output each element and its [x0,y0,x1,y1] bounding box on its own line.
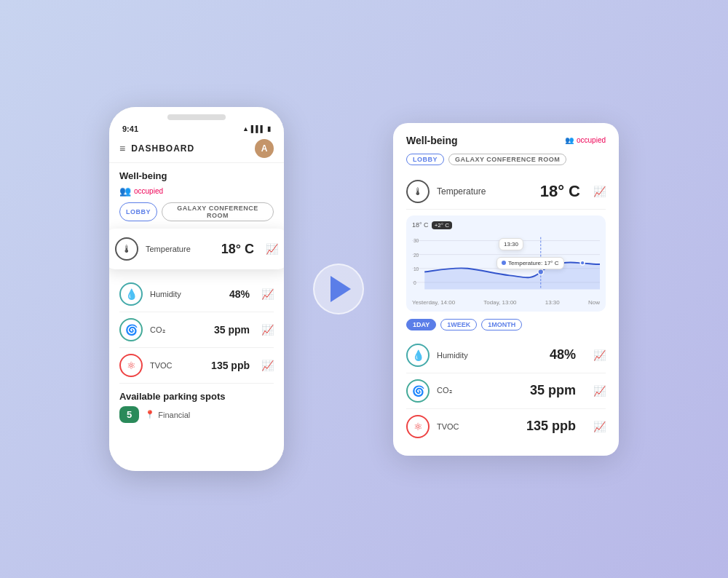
tooltip-label: Temperature: 17° C [508,260,558,266]
phone-mockup: 9:41 ▲ ▌▌▌ ▮ ≡ DASHBOARD A Well-being 👥 … [109,107,284,471]
tvoc-value: 135 ppb [211,360,250,371]
wifi-icon: ▲ [242,125,249,132]
detail-co2-trend[interactable]: 📈 [593,385,606,397]
temp-value: 18° C [221,242,254,257]
tooltip-dot [502,261,506,265]
detail-tvoc-label: TVOC [437,422,519,431]
location-name: Financial [158,411,190,419]
detail-tab-conference[interactable]: GALAXY CONFERENCE ROOM [448,154,566,165]
phone-header: ≡ DASHBOARD A [109,135,284,163]
phone-body: Well-being 👥 occupied LOBBY GALAXY CONFE… [109,163,284,430]
detail-tabs: LOBBY GALAXY CONFERENCE ROOM [406,154,606,165]
detail-co2-row: 🌀 CO₂ 35 ppm 📈 [406,373,606,409]
humidity-value: 48% [229,288,250,300]
detail-header: Well-being 👥 occupied [406,135,606,146]
phone-status-bar: 9:41 ▲ ▌▌▌ ▮ [109,120,284,135]
tvoc-label: TVOC [150,361,204,370]
detail-occupied-icon: 👥 [565,136,574,144]
detail-thermometer-icon: 🌡 [406,180,430,203]
trend-icon[interactable]: 📈 [266,243,278,255]
wellbeing-title: Well-being [119,170,274,181]
chart-meta: 18° C +2° C [412,221,600,229]
status-icons: ▲ ▌▌▌ ▮ [242,125,271,132]
tab-conference[interactable]: GALAXY CONFERENCE ROOM [162,202,274,221]
detail-co2-label: CO₂ [437,386,523,395]
chart-tooltip-time: 13:30 [499,238,523,250]
co2-icon: 🌀 [119,318,143,341]
tvoc-trend-icon[interactable]: 📈 [261,360,274,371]
svg-text:30: 30 [414,238,419,243]
chart-tooltip-value: Temperature: 17° C [496,257,563,269]
co2-value: 35 ppm [214,324,250,336]
detail-card: Well-being 👥 occupied LOBBY GALAXY CONFE… [393,123,619,456]
detail-co2-icon: 🌀 [406,379,430,403]
x-label-0: Yesterday, 14:00 [412,299,455,306]
svg-text:10: 10 [414,266,419,271]
occupied-badge: 👥 occupied [119,186,163,197]
occupied-label: occupied [134,187,163,195]
co2-label: CO₂ [150,325,207,335]
right-arrow-icon [331,276,351,302]
detail-tab-lobby[interactable]: LOBBY [406,154,444,165]
filter-1day[interactable]: 1DAY [406,319,436,330]
detail-humidity-row: 💧 Humidity 48% 📈 [406,338,606,373]
time-filter: 1DAY 1WEEK 1MONTH [406,319,606,330]
detail-humidity-trend[interactable]: 📈 [593,349,606,361]
detail-tvoc-value: 135 ppb [526,419,576,434]
detail-co2-value: 35 ppm [530,383,576,398]
main-scene: 9:41 ▲ ▌▌▌ ▮ ≡ DASHBOARD A Well-being 👥 … [109,107,619,471]
detail-occupied: 👥 occupied [565,136,606,144]
parking-row: 5 📍 Financial [119,406,274,423]
temp-label: Temperature [146,245,214,253]
svg-point-10 [580,261,585,265]
x-label-3: Now [588,299,600,306]
co2-trend-icon[interactable]: 📈 [261,324,274,336]
tab-lobby[interactable]: LOBBY [119,202,157,221]
humidity-icon: 💧 [119,282,143,306]
detail-humidity-label: Humidity [437,351,542,360]
detail-tvoc-row: ⚛ TVOC 135 ppb 📈 [406,409,606,444]
menu-icon[interactable]: ≡ [119,143,125,154]
chart-base-temp: 18° C [412,221,429,229]
chart-delta: +2° C [432,221,452,229]
humidity-label: Humidity [150,290,222,298]
detail-sensors: 💧 Humidity 48% 📈 🌀 CO₂ 35 ppm 📈 ⚛ TVOC 1… [406,338,606,444]
detail-temperature-row: 🌡 Temperature 18° C 📈 [406,174,606,210]
occupied-icon: 👥 [119,186,131,197]
humidity-row: 💧 Humidity 48% 📈 [119,277,274,312]
detail-trend-icon[interactable]: 📈 [593,186,606,197]
temperature-highlight-card: 🌡 Temperature 18° C 📈 [109,229,284,269]
parking-section: Available parking spots 5 📍 Financial [119,391,274,423]
detail-tvoc-trend[interactable]: 📈 [593,421,606,432]
arrow-circle [313,264,364,314]
location-tabs: LOBBY GALAXY CONFERENCE ROOM [119,202,274,221]
detail-tvoc-icon: ⚛ [406,415,430,438]
battery-icon: ▮ [267,125,271,132]
signal-icon: ▌▌▌ [251,125,265,132]
tvoc-row: ⚛ TVOC 135 ppb 📈 [119,348,274,384]
detail-temp-value: 18° C [513,182,581,201]
parking-count: 5 [119,406,139,423]
status-time: 9:41 [122,124,138,133]
filter-1week[interactable]: 1WEEK [440,319,477,330]
tvoc-icon: ⚛ [119,354,143,377]
detail-humidity-icon: 💧 [406,344,430,367]
phone-notch [167,114,226,120]
avatar[interactable]: A [255,139,274,158]
chart-x-labels: Yesterday, 14:00 Today, 13:00 13:30 Now [412,299,600,306]
humidity-trend-icon[interactable]: 📈 [261,288,274,300]
detail-temp-label: Temperature [437,186,505,197]
x-label-1: Today, 13:00 [483,299,516,306]
parking-location: 📍 Financial [145,410,190,419]
location-pin-icon: 📍 [145,410,155,419]
filter-1month[interactable]: 1MONTH [481,319,522,330]
co2-row: 🌀 CO₂ 35 ppm 📈 [119,312,274,348]
thermometer-icon: 🌡 [115,237,138,261]
detail-occupied-label: occupied [577,136,606,144]
parking-title: Available parking spots [119,391,274,402]
header-title: DASHBOARD [131,143,249,154]
detail-humidity-value: 48% [550,347,576,363]
svg-text:20: 20 [414,252,419,257]
detail-title: Well-being [406,135,458,146]
svg-text:0: 0 [414,280,416,285]
